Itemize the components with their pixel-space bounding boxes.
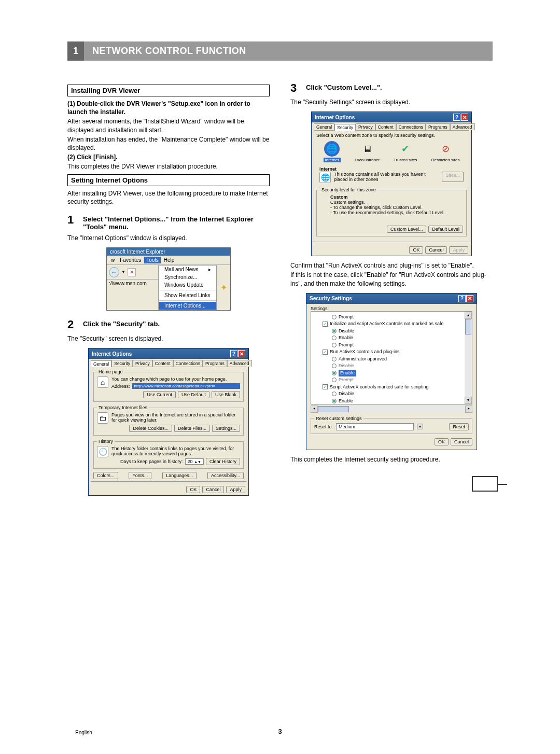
colors-button[interactable]: Colors... <box>93 472 118 479</box>
menu-item-internet-options[interactable]: Internet Options... <box>159 302 216 310</box>
step-heading: Click "Custom Level...". <box>306 81 493 95</box>
tab-privacy[interactable]: Privacy <box>133 360 152 367</box>
back-icon[interactable]: ← <box>109 267 119 277</box>
tab-general[interactable]: General <box>314 123 334 130</box>
clear-history-button[interactable]: Clear History <box>206 458 240 465</box>
subsection-title: Installing DVR Viewer <box>67 85 270 96</box>
close-icon[interactable]: ✕ <box>461 114 468 121</box>
custom-level-button[interactable]: Custom Level... <box>387 226 427 233</box>
menu-item[interactable]: Help <box>162 257 177 263</box>
tab-content[interactable]: Content <box>152 360 173 367</box>
step-heading: Click the "Security" tab. <box>83 318 270 331</box>
stop-icon[interactable]: ✕ <box>128 268 136 276</box>
zone-local-intranet[interactable]: 🖥 Local intranet <box>355 141 380 162</box>
custom-settings-text: Custom settings. <box>330 200 463 205</box>
close-icon[interactable]: ✕ <box>466 295 473 302</box>
default-level-button[interactable]: Default Level <box>428 226 463 233</box>
help-icon[interactable]: ? <box>458 295 466 302</box>
use-default-button[interactable]: Use Default <box>178 391 209 398</box>
days-spinner[interactable]: 20 ▲▼ <box>185 458 204 465</box>
menu-item[interactable]: Windows Update <box>159 281 216 289</box>
fonts-button[interactable]: Fonts... <box>129 472 151 479</box>
languages-button[interactable]: Languages... <box>162 472 197 479</box>
ie-logo-icon: ✦ <box>217 265 230 310</box>
menu-item-tools[interactable]: Tools <box>144 257 160 263</box>
globe-icon: 🌐 <box>324 141 340 157</box>
page-number: 3 <box>0 728 560 735</box>
help-icon[interactable]: ? <box>453 114 460 121</box>
custom-label: Custom <box>330 194 463 200</box>
tab-security[interactable]: Security <box>334 124 356 131</box>
home-icon: ⌂ <box>97 376 108 388</box>
ok-button[interactable]: OK <box>435 438 449 445</box>
chapter-title: NETWORK CONTROL FUNCTION <box>84 41 493 61</box>
zone-restricted[interactable]: ⊘ Restricted sites <box>431 141 460 162</box>
menubar: w Favorites Tools Help <box>107 256 230 265</box>
history-icon: 🕘 <box>97 446 108 457</box>
menu-item[interactable]: Synchronize... <box>159 273 216 281</box>
tab-security[interactable]: Security <box>111 360 133 367</box>
step-heading: Select "Internet Options..." from the In… <box>83 213 270 231</box>
menu-item[interactable]: Mail and News <box>164 267 199 272</box>
delete-files-button[interactable]: Delete Files... <box>174 425 210 432</box>
field-desc: The History folder contains links to pag… <box>111 446 240 456</box>
ok-button[interactable]: OK <box>409 246 423 254</box>
reset-button[interactable]: Reset <box>449 423 469 430</box>
custom-line: - To use the recommended settings, click… <box>330 210 463 215</box>
cancel-button[interactable]: Cancel <box>451 438 472 445</box>
vertical-scrollbar[interactable]: ▴ ▾ <box>465 312 472 404</box>
intranet-icon: 🖥 <box>359 141 375 157</box>
subsection-title: Setting Internet Options <box>67 174 270 186</box>
fieldset-legend: Reset custom settings <box>314 416 363 421</box>
custom-line: - To change the settings, click Custom L… <box>330 205 463 210</box>
address-input[interactable]: http://www.microsoft.com/isapi/redir.dll… <box>132 383 240 389</box>
ok-button[interactable]: OK <box>186 486 200 493</box>
tab-advanced[interactable]: Advanced <box>227 360 252 367</box>
body-text: This completes the DVR Viewer installati… <box>67 162 270 171</box>
tab-connections[interactable]: Connections <box>173 360 203 367</box>
body-text: After installing DVR Viewer, use the fol… <box>67 189 270 206</box>
select-zone-text: Select a Web content zone to specify its… <box>316 133 467 138</box>
menu-item[interactable]: Favorites <box>118 257 143 263</box>
tab-programs[interactable]: Programs <box>203 360 227 367</box>
chevron-down-icon[interactable]: ▾ <box>417 424 423 429</box>
settings-button[interactable]: Settings... <box>212 425 240 432</box>
tab-programs[interactable]: Programs <box>426 123 450 130</box>
tab-advanced[interactable]: Advanced <box>450 123 475 130</box>
tab-connections[interactable]: Connections <box>396 123 426 130</box>
apply-button[interactable]: Apply <box>449 246 468 254</box>
dialog-title: Internet Options <box>92 351 132 357</box>
fieldset-legend: Home page <box>97 369 124 374</box>
use-blank-button[interactable]: Use Blank <box>212 391 240 398</box>
callout-box <box>472 476 498 492</box>
use-current-button[interactable]: Use Current <box>143 391 176 398</box>
body-text: The "Internet Options" window is display… <box>67 234 270 242</box>
close-icon[interactable]: ✕ <box>238 350 245 357</box>
help-icon[interactable]: ? <box>230 350 237 357</box>
restricted-icon: ⊘ <box>438 141 453 157</box>
cancel-button[interactable]: Cancel <box>202 486 224 493</box>
left-column: Installing DVR Viewer (1) Double-click t… <box>67 81 270 501</box>
tab-content[interactable]: Content <box>375 123 396 130</box>
settings-tree[interactable]: Prompt ✓Initialize and script ActiveX co… <box>311 311 472 404</box>
internet-options-security-dialog: Internet Options ?✕ General Security Pri… <box>311 111 472 256</box>
zone-internet[interactable]: 🌐 Internet <box>324 141 341 162</box>
dialog-title: Internet Options <box>315 115 355 120</box>
fieldset-legend: Security level for this zone <box>320 187 377 192</box>
cancel-button[interactable]: Cancel <box>425 246 447 254</box>
menu-item[interactable]: Show Related Links <box>159 291 216 299</box>
tools-dropdown: Mail and News▸ Synchronize... Windows Up… <box>159 265 217 310</box>
tab-privacy[interactable]: Privacy <box>356 123 375 130</box>
delete-cookies-button[interactable]: Delete Cookies... <box>129 425 172 432</box>
zone-trusted[interactable]: ✔ Trusted sites <box>394 141 417 162</box>
reset-select[interactable]: Medium <box>336 423 414 430</box>
apply-button[interactable]: Apply <box>226 486 245 493</box>
reset-to-label: Reset to: <box>314 424 333 429</box>
sites-button[interactable]: Sites... <box>442 172 464 182</box>
tab-general[interactable]: General <box>91 360 111 367</box>
address-text: ://www.msn.com <box>107 280 158 287</box>
folder-icon: 🗀 <box>97 412 108 424</box>
horizontal-scrollbar[interactable]: ◂ ▸ <box>311 406 472 413</box>
accessibility-button[interactable]: Accessibility... <box>207 472 244 479</box>
menu-item[interactable]: w <box>109 257 117 263</box>
